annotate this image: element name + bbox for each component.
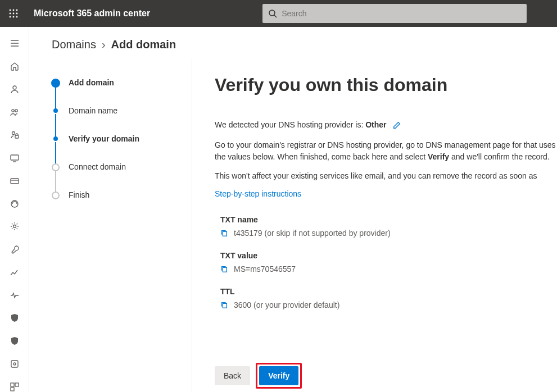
svg-rect-20 — [11, 179, 19, 184]
app-launcher-icon[interactable] — [4, 4, 22, 22]
copy-icon[interactable] — [220, 301, 228, 309]
dns-provider-line: We detected your DNS hosting provider is… — [215, 120, 557, 129]
svg-point-15 — [11, 109, 13, 111]
billing-icon[interactable] — [9, 176, 20, 186]
svg-point-3 — [10, 13, 11, 15]
chevron-right-icon: › — [102, 38, 106, 51]
admin-centers-icon[interactable] — [9, 381, 20, 392]
page-title: Verify you own this domain — [215, 75, 557, 95]
svg-rect-27 — [15, 383, 19, 386]
menu-icon[interactable] — [9, 38, 20, 49]
svg-point-0 — [10, 10, 11, 11]
breadcrumb-root[interactable]: Domains — [52, 38, 96, 51]
svg-point-17 — [12, 132, 15, 135]
step-by-step-link[interactable]: Step-by-step instructions — [215, 189, 301, 198]
roles-icon[interactable] — [9, 130, 20, 140]
instruction-text-1: Go to your domain's registrar or DNS hos… — [215, 139, 557, 162]
back-button[interactable]: Back — [215, 366, 250, 385]
svg-line-10 — [274, 15, 277, 17]
svg-rect-18 — [15, 135, 19, 138]
svg-point-4 — [13, 13, 15, 15]
health-icon[interactable] — [9, 290, 20, 300]
user-icon[interactable] — [9, 84, 20, 95]
svg-point-9 — [269, 10, 275, 16]
svg-point-5 — [16, 13, 18, 15]
verify-highlight: Verify — [256, 363, 302, 389]
edit-provider-icon[interactable] — [393, 121, 401, 129]
svg-point-14 — [13, 86, 16, 89]
left-nav-rail — [0, 27, 29, 392]
home-icon[interactable] — [9, 61, 20, 72]
devices-icon[interactable] — [9, 153, 20, 163]
svg-rect-24 — [11, 361, 18, 367]
step-finish: Finish — [52, 190, 180, 218]
svg-rect-29 — [223, 232, 227, 236]
verify-button[interactable]: Verify — [259, 366, 298, 385]
svg-rect-28 — [11, 388, 14, 391]
copy-icon[interactable] — [220, 265, 228, 273]
svg-point-25 — [13, 363, 16, 365]
app-title: Microsoft 365 admin center — [34, 8, 150, 19]
svg-rect-26 — [11, 383, 14, 386]
reports-icon[interactable] — [9, 267, 20, 278]
breadcrumb-current: Add domain — [111, 38, 176, 51]
settings-icon[interactable] — [9, 221, 20, 232]
instruction-text-2: This won't affect your existing services… — [215, 170, 557, 181]
step-connect-domain: Connect domain — [52, 162, 180, 190]
svg-rect-31 — [223, 304, 227, 308]
wizard-stepper: Add domain Domain name Verify your domai… — [29, 58, 192, 392]
step-verify-domain[interactable]: Verify your domain — [52, 134, 180, 162]
compliance-icon[interactable] — [9, 336, 20, 347]
step-domain-name[interactable]: Domain name — [52, 106, 180, 134]
svg-point-7 — [13, 16, 15, 18]
support-icon[interactable] — [9, 198, 20, 209]
search-bar[interactable] — [262, 4, 527, 23]
endpoint-icon[interactable] — [9, 359, 20, 370]
svg-point-1 — [13, 10, 15, 11]
svg-point-16 — [15, 109, 17, 111]
breadcrumb: Domains › Add domain — [29, 27, 557, 58]
svg-point-8 — [16, 16, 18, 18]
search-input[interactable] — [282, 9, 521, 18]
svg-point-2 — [16, 10, 18, 11]
setup-icon[interactable] — [9, 244, 20, 255]
svg-point-23 — [13, 225, 16, 228]
step-add-domain[interactable]: Add domain — [52, 78, 180, 106]
copy-icon[interactable] — [220, 229, 228, 237]
security-icon[interactable] — [9, 313, 20, 323]
svg-rect-19 — [11, 155, 19, 160]
teams-icon[interactable] — [9, 107, 20, 117]
record-txt-value: TXT value MS=ms70546557 — [220, 251, 557, 274]
search-icon — [268, 9, 277, 18]
record-ttl: TTL 3600 (or your provider default) — [220, 287, 557, 309]
svg-rect-30 — [223, 268, 227, 272]
svg-point-6 — [10, 16, 11, 18]
record-txt-name: TXT name t435179 (or skip if not support… — [220, 215, 557, 238]
